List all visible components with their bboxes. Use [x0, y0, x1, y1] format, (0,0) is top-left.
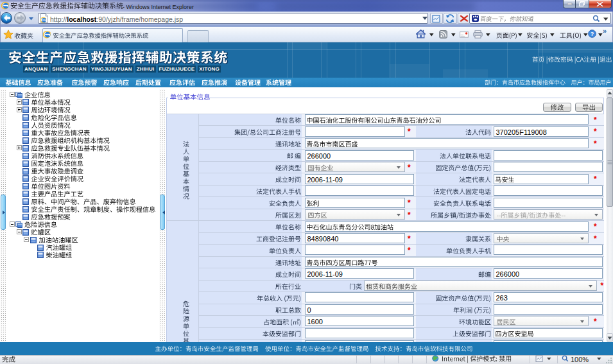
svg-text:?: ? [591, 31, 594, 37]
